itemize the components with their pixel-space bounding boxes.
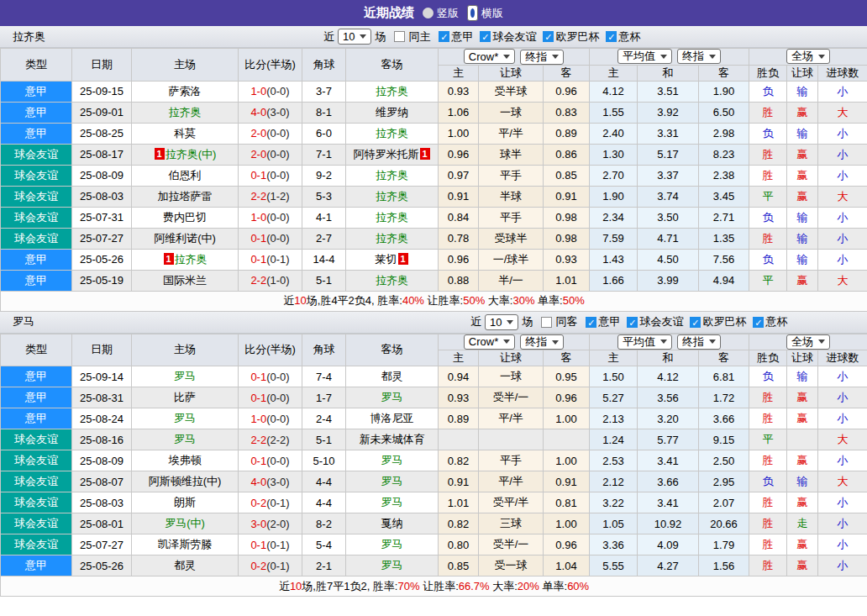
col-away-odds: 客: [544, 65, 590, 81]
away-team: 莱切1: [346, 249, 439, 270]
result-winlose-cell: 负: [749, 81, 787, 102]
score-cell: 0-1(0-0): [239, 366, 302, 387]
score-cell: 0-2(0-1): [239, 492, 302, 513]
col-avg-home: 主: [590, 65, 638, 81]
league-checkbox[interactable]: ✓: [606, 31, 617, 42]
col-home: 主场: [132, 334, 239, 366]
result-goals-cell: 大: [818, 102, 867, 123]
avg-draw-cell: 3.56: [638, 387, 699, 408]
home-odds-cell: 1.00: [439, 123, 479, 144]
radio-horizontal-layout[interactable]: 横版: [467, 5, 503, 21]
match-date: 25-08-16: [72, 429, 132, 450]
score-cell: 0-1(0-0): [239, 165, 302, 186]
home-odds-cell: 1.01: [439, 492, 479, 513]
filter-bar: 拉齐奥 近 10 场 同主 ✓意甲✓球会友谊✓欧罗巴杯✓意杯: [0, 26, 867, 48]
summary-row: 近10场,胜7平1负2, 胜率:70% 让胜率:66.7% 大率:20% 单率:…: [1, 577, 867, 597]
match-row: 球会友谊 25-08-01 罗马(中) 3-0(2-0) 8-2 戛纳 0.82…: [1, 513, 867, 534]
avg-away-cell: 1.56: [699, 555, 749, 577]
final2-select-value: 终指: [682, 334, 704, 350]
near-label: 近: [323, 29, 334, 45]
league-type-badge: 意甲: [1, 102, 72, 123]
games-label: 场: [522, 314, 533, 329]
away-odds-cell: 0.95: [544, 366, 590, 387]
radio-unselected-icon[interactable]: [423, 8, 434, 18]
col-avg-away: 客: [699, 350, 749, 366]
average-select[interactable]: 平均值: [617, 49, 672, 64]
avg-draw-cell: 4.27: [638, 555, 699, 577]
match-count-select[interactable]: 10: [338, 29, 371, 45]
chevron-down-icon: [503, 340, 510, 344]
avg-home-cell: 2.40: [590, 123, 638, 144]
bookmaker-select[interactable]: Crow*: [464, 49, 515, 64]
result-handicap-cell: 赢: [787, 555, 818, 577]
avg-draw-cell: 5.77: [638, 429, 699, 450]
league-checkbox[interactable]: ✓: [690, 317, 701, 328]
chevron-down-icon: [507, 320, 513, 324]
avg-draw-cell: 3.51: [638, 81, 699, 102]
handicap-cell: 半/一: [479, 270, 544, 291]
same-venue-checkbox[interactable]: [394, 31, 405, 42]
avg-away-cell: 7.56: [699, 249, 749, 270]
score-cell: 4-0(3-0): [239, 471, 302, 492]
away-odds-cell: 0.83: [544, 102, 590, 123]
bookmaker-select[interactable]: Crow*: [464, 334, 515, 350]
scope-select[interactable]: 全场: [786, 334, 830, 350]
league-type-badge: 球会友谊: [1, 471, 72, 492]
league-checkbox[interactable]: ✓: [627, 317, 638, 328]
away-team: 罗马: [346, 534, 439, 555]
away-team: 拉齐奥: [346, 186, 439, 207]
away-odds-cell: 0.93: [544, 249, 590, 270]
scope-select[interactable]: 全场: [786, 49, 830, 64]
league-checkbox[interactable]: ✓: [480, 31, 491, 42]
col-away: 客场: [346, 49, 439, 82]
league-checkbox[interactable]: ✓: [753, 317, 764, 328]
league-checkbox[interactable]: ✓: [586, 317, 596, 328]
away-odds-cell: 0.91: [544, 186, 590, 207]
score-cell: 0-1(0-0): [239, 450, 302, 471]
result-handicap-cell: 赢: [787, 450, 818, 471]
avg-draw-cell: 3.92: [638, 102, 699, 123]
corner-cell: 5-1: [302, 270, 346, 291]
away-odds-cell: 0.96: [544, 534, 590, 555]
league-type-badge: 意甲: [1, 555, 72, 577]
home-team: 罗马: [132, 408, 239, 429]
league-checkbox[interactable]: ✓: [439, 31, 449, 42]
final1-select[interactable]: 终指: [520, 334, 564, 350]
league-type-badge: 球会友谊: [1, 186, 72, 207]
match-count-select[interactable]: 10: [485, 314, 518, 330]
col-home-odds: 主: [439, 65, 479, 81]
final2-select[interactable]: 终指: [677, 49, 721, 64]
radio-vertical-layout[interactable]: 竖版: [423, 6, 459, 21]
red-card-badge: 1: [155, 148, 165, 160]
radio-selected-icon[interactable]: [467, 5, 478, 21]
chevron-down-icon: [709, 340, 716, 344]
away-odds-cell: 0.96: [544, 387, 590, 408]
corner-cell: 14-4: [302, 249, 346, 270]
final2-select[interactable]: 终指: [677, 334, 721, 350]
col-winlose: 胜负: [749, 350, 787, 366]
corner-cell: 2-1: [302, 555, 346, 577]
result-handicap-cell: 赢: [787, 102, 818, 123]
away-team: 拉齐奥: [346, 165, 439, 186]
score-cell: 4-0(3-0): [239, 102, 302, 123]
league-checkbox[interactable]: ✓: [543, 31, 554, 42]
average-select[interactable]: 平均值: [617, 334, 672, 350]
home-team: 朗斯: [132, 492, 239, 513]
handicap-cell: 平手: [479, 207, 544, 228]
home-odds-cell: 1.06: [439, 102, 479, 123]
home-odds-cell: 0.94: [439, 366, 479, 387]
result-winlose-cell: 胜: [749, 144, 787, 165]
corner-cell: 8-1: [302, 102, 346, 123]
team-name: 罗马: [0, 314, 34, 329]
result-group: 全场: [749, 49, 867, 66]
result-winlose-cell: 胜: [749, 165, 787, 186]
away-team: 戛纳: [346, 513, 439, 534]
final1-select[interactable]: 终指: [520, 50, 564, 65]
match-date: 25-08-24: [72, 408, 132, 429]
home-odds-cell: 0.78: [439, 228, 479, 249]
avg-home-cell: 1.24: [590, 429, 638, 450]
result-handicap-cell: 输: [787, 207, 818, 228]
result-handicap-cell: 输: [787, 249, 818, 270]
header-group-row: 类型 日期 主场 比分(半场) 角球 客场 Crow*终指 平均值终指 全场: [1, 334, 867, 350]
same-venue-checkbox[interactable]: [541, 317, 552, 328]
